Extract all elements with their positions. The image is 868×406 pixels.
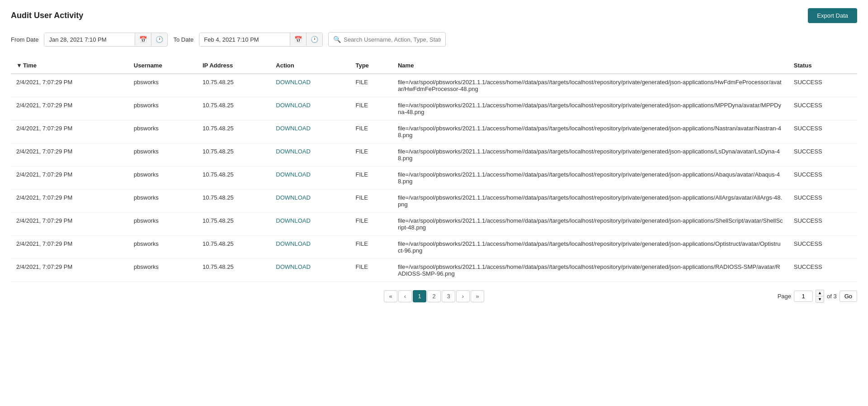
page-title: Audit User Activity xyxy=(11,11,83,20)
cell-name: file=/var/spool/pbsworks/2021.1.1/access… xyxy=(392,143,788,167)
col-name: Name xyxy=(392,57,788,74)
audit-table-wrap: ▼Time Username IP Address Action Type Na… xyxy=(11,57,857,282)
from-date-field: 📅 🕐 xyxy=(44,33,168,47)
from-date-clock-icon[interactable]: 🕐 xyxy=(151,33,167,46)
search-icon: 🔍 xyxy=(333,36,341,43)
pagination-page-3-button[interactable]: 3 xyxy=(442,290,455,302)
cell-status: SUCCESS xyxy=(788,213,857,236)
cell-type: FILE xyxy=(350,236,392,259)
cell-username: pbsworks xyxy=(128,236,197,259)
col-type: Type xyxy=(350,57,392,74)
page-stepper-down-button[interactable]: ▼ xyxy=(816,296,824,303)
cell-type: FILE xyxy=(350,74,392,97)
to-date-field: 📅 🕐 xyxy=(199,33,323,47)
cell-ip: 10.75.48.25 xyxy=(197,120,270,143)
cell-time: 2/4/2021, 7:07:29 PM xyxy=(11,190,128,213)
cell-name: file=/var/spool/pbsworks/2021.1.1/access… xyxy=(392,120,788,143)
cell-username: pbsworks xyxy=(128,74,197,97)
cell-action: DOWNLOAD xyxy=(270,143,350,167)
cell-ip: 10.75.48.25 xyxy=(197,74,270,97)
search-field-wrap: 🔍 xyxy=(328,32,446,47)
col-ip: IP Address xyxy=(197,57,270,74)
cell-time: 2/4/2021, 7:07:29 PM xyxy=(11,259,128,282)
cell-action: DOWNLOAD xyxy=(270,213,350,236)
page-number-input[interactable] xyxy=(794,291,813,302)
col-time[interactable]: ▼Time xyxy=(11,57,128,74)
table-row: 2/4/2021, 7:07:29 PM pbsworks 10.75.48.2… xyxy=(11,213,857,236)
cell-action: DOWNLOAD xyxy=(270,74,350,97)
pagination-first-button[interactable]: « xyxy=(384,290,397,302)
table-row: 2/4/2021, 7:07:29 PM pbsworks 10.75.48.2… xyxy=(11,259,857,282)
table-row: 2/4/2021, 7:07:29 PM pbsworks 10.75.48.2… xyxy=(11,236,857,259)
page-of-label: of 3 xyxy=(827,293,837,300)
from-date-label: From Date xyxy=(11,36,38,43)
cell-status: SUCCESS xyxy=(788,120,857,143)
page-stepper-up-button[interactable]: ▲ xyxy=(816,290,824,296)
cell-name: file=/var/spool/pbsworks/2021.1.1/access… xyxy=(392,190,788,213)
to-date-calendar-icon[interactable]: 📅 xyxy=(290,33,306,46)
cell-type: FILE xyxy=(350,120,392,143)
cell-type: FILE xyxy=(350,97,392,120)
to-date-label: To Date xyxy=(173,36,193,43)
from-date-input[interactable] xyxy=(44,33,135,46)
cell-status: SUCCESS xyxy=(788,236,857,259)
cell-ip: 10.75.48.25 xyxy=(197,190,270,213)
to-date-input[interactable] xyxy=(199,33,290,46)
search-input[interactable] xyxy=(344,36,441,43)
cell-status: SUCCESS xyxy=(788,190,857,213)
page-stepper: ▲ ▼ xyxy=(816,290,824,303)
cell-name: file=/var/spool/pbsworks/2021.1.1/access… xyxy=(392,167,788,190)
pagination-page-1-button[interactable]: 1 xyxy=(413,290,426,302)
cell-time: 2/4/2021, 7:07:29 PM xyxy=(11,167,128,190)
cell-time: 2/4/2021, 7:07:29 PM xyxy=(11,97,128,120)
pagination-prev-button[interactable]: ‹ xyxy=(398,290,412,302)
audit-table: ▼Time Username IP Address Action Type Na… xyxy=(11,57,857,282)
cell-username: pbsworks xyxy=(128,259,197,282)
cell-action: DOWNLOAD xyxy=(270,167,350,190)
cell-username: pbsworks xyxy=(128,97,197,120)
sort-arrow-icon: ▼ xyxy=(16,62,22,69)
cell-name: file=/var/spool/pbsworks/2021.1.1/access… xyxy=(392,97,788,120)
cell-type: FILE xyxy=(350,213,392,236)
table-row: 2/4/2021, 7:07:29 PM pbsworks 10.75.48.2… xyxy=(11,143,857,167)
cell-status: SUCCESS xyxy=(788,259,857,282)
cell-username: pbsworks xyxy=(128,120,197,143)
cell-action: DOWNLOAD xyxy=(270,236,350,259)
pagination-page-2-button[interactable]: 2 xyxy=(427,290,441,302)
go-button[interactable]: Go xyxy=(840,291,857,302)
export-button[interactable]: Export Data xyxy=(808,8,857,23)
pagination-next-button[interactable]: › xyxy=(456,290,470,302)
col-action: Action xyxy=(270,57,350,74)
cell-username: pbsworks xyxy=(128,167,197,190)
from-date-calendar-icon[interactable]: 📅 xyxy=(135,33,151,46)
page-go-wrap: Page ▲ ▼ of 3 Go xyxy=(778,290,857,303)
cell-time: 2/4/2021, 7:07:29 PM xyxy=(11,213,128,236)
cell-username: pbsworks xyxy=(128,190,197,213)
cell-name: file=/var/spool/pbsworks/2021.1.1/access… xyxy=(392,74,788,97)
cell-name: file=/var/spool/pbsworks/2021.1.1/access… xyxy=(392,259,788,282)
cell-action: DOWNLOAD xyxy=(270,97,350,120)
table-row: 2/4/2021, 7:07:29 PM pbsworks 10.75.48.2… xyxy=(11,190,857,213)
cell-name: file=/var/spool/pbsworks/2021.1.1/access… xyxy=(392,213,788,236)
cell-time: 2/4/2021, 7:07:29 PM xyxy=(11,120,128,143)
cell-type: FILE xyxy=(350,167,392,190)
cell-name: file=/var/spool/pbsworks/2021.1.1/access… xyxy=(392,236,788,259)
cell-type: FILE xyxy=(350,143,392,167)
cell-ip: 10.75.48.25 xyxy=(197,97,270,120)
cell-time: 2/4/2021, 7:07:29 PM xyxy=(11,74,128,97)
cell-type: FILE xyxy=(350,259,392,282)
cell-ip: 10.75.48.25 xyxy=(197,213,270,236)
pagination-row: « ‹ 1 2 3 › » Page ▲ ▼ of 3 Go xyxy=(11,290,857,302)
cell-ip: 10.75.48.25 xyxy=(197,259,270,282)
col-username: Username xyxy=(128,57,197,74)
table-row: 2/4/2021, 7:07:29 PM pbsworks 10.75.48.2… xyxy=(11,74,857,97)
cell-action: DOWNLOAD xyxy=(270,259,350,282)
cell-type: FILE xyxy=(350,190,392,213)
table-row: 2/4/2021, 7:07:29 PM pbsworks 10.75.48.2… xyxy=(11,97,857,120)
cell-status: SUCCESS xyxy=(788,167,857,190)
pagination-last-button[interactable]: » xyxy=(471,290,484,302)
cell-time: 2/4/2021, 7:07:29 PM xyxy=(11,143,128,167)
to-date-clock-icon[interactable]: 🕐 xyxy=(306,33,322,46)
cell-username: pbsworks xyxy=(128,143,197,167)
cell-ip: 10.75.48.25 xyxy=(197,236,270,259)
